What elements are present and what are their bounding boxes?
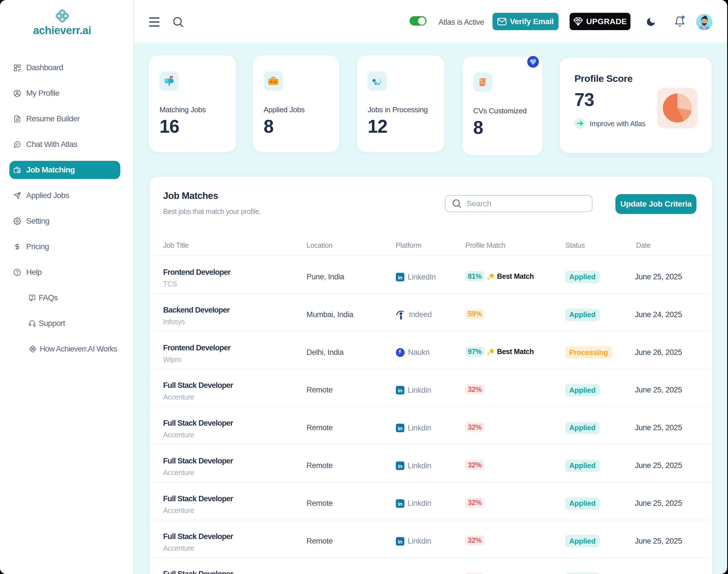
svg-text:in: in [398,538,403,544]
svg-text:in: in [398,463,403,469]
svg-text:in: in [398,501,403,507]
svg-text:in: in [398,387,403,394]
svg-text:in: in [398,275,403,281]
svg-text:in: in [398,425,403,432]
